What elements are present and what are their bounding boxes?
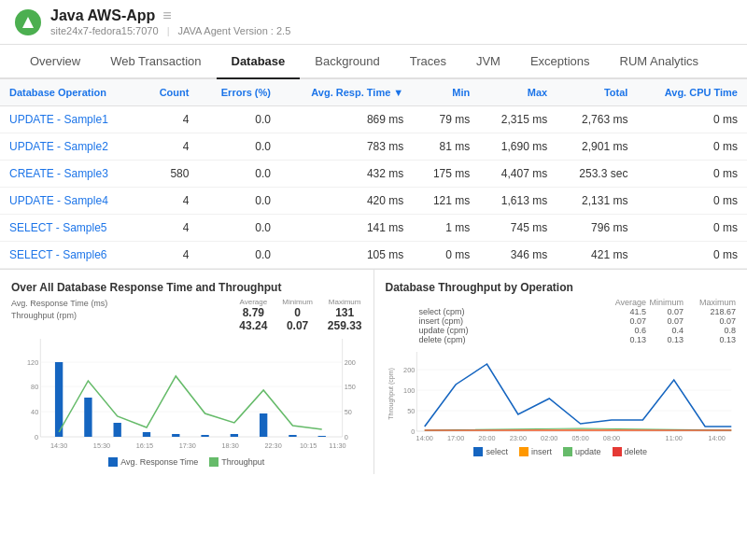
svg-rect-18 (143, 432, 150, 437)
svg-text:18:30: 18:30 (222, 442, 239, 450)
tab-jvm[interactable]: JVM (461, 45, 515, 79)
svg-text:20:00: 20:00 (478, 435, 495, 442)
svg-text:05:00: 05:00 (571, 435, 588, 442)
cell-avg-resp: 420 ms (280, 188, 413, 215)
svg-text:120: 120 (27, 359, 38, 367)
cell-op: UPDATE - Sample2 (0, 133, 141, 161)
app-info: Java AWS-App ≡ site24x7-fedora15:7070 | … (50, 7, 732, 36)
tab-web-transaction[interactable]: Web Transaction (95, 45, 216, 79)
database-table: Database Operation Count Errors (%) Avg.… (0, 79, 747, 269)
cell-min: 1 ms (413, 215, 479, 242)
cell-op: CREATE - Sample3 (0, 161, 141, 188)
svg-text:0: 0 (345, 434, 348, 441)
col-count[interactable]: Count (141, 79, 199, 106)
svg-text:08:00: 08:00 (602, 435, 619, 442)
svg-marker-0 (22, 17, 34, 28)
svg-text:14:00: 14:00 (416, 435, 432, 442)
table-row: UPDATE - Sample2 4 0.0 783 ms 81 ms 1,69… (0, 133, 747, 161)
svg-text:10:15: 10:15 (300, 442, 317, 450)
svg-text:50: 50 (407, 408, 415, 415)
cell-max: 1,613 ms (479, 188, 557, 215)
svg-text:23:00: 23:00 (509, 435, 526, 442)
cell-cpu: 0 ms (637, 133, 747, 161)
svg-text:0: 0 (411, 428, 415, 436)
cell-avg-resp: 432 ms (280, 161, 413, 188)
svg-text:200: 200 (345, 359, 356, 367)
cell-cpu: 0 ms (637, 242, 747, 269)
cell-avg-resp: 141 ms (280, 215, 413, 242)
tab-database[interactable]: Database (217, 45, 301, 79)
svg-text:200: 200 (403, 367, 415, 374)
col-max[interactable]: Max (479, 79, 557, 106)
tab-traces[interactable]: Traces (395, 45, 461, 79)
cell-min: 175 ms (413, 161, 479, 188)
cell-op: UPDATE - Sample1 (0, 106, 141, 133)
app-status-icon (15, 9, 41, 35)
cell-count: 4 (141, 215, 199, 242)
tab-overview[interactable]: Overview (15, 45, 95, 79)
cell-errors: 0.0 (198, 133, 280, 161)
svg-text:11:30: 11:30 (329, 442, 345, 450)
cell-errors: 0.0 (198, 188, 280, 215)
menu-icon[interactable]: ≡ (162, 7, 171, 24)
cell-min: 81 ms (413, 133, 479, 161)
legend-select: select (cpm) (419, 307, 602, 316)
svg-text:100: 100 (403, 387, 415, 395)
chart-left-svg: 0 40 80 120 0 50 150 200 (11, 334, 362, 455)
cell-min: 0 ms (413, 242, 479, 269)
col-errors[interactable]: Errors (%) (198, 79, 280, 106)
svg-text:0: 0 (35, 434, 38, 441)
svg-text:150: 150 (345, 384, 356, 391)
app-header: Java AWS-App ≡ site24x7-fedora15:7070 | … (0, 0, 747, 45)
cell-count: 4 (141, 242, 199, 269)
svg-text:02:00: 02:00 (541, 435, 557, 442)
cell-max: 2,315 ms (479, 106, 557, 133)
database-table-section: Database Operation Count Errors (%) Avg.… (0, 79, 747, 269)
chart-left-ylabel: Avg. Response Time (ms) Throughput (rpm) (11, 298, 107, 321)
cell-total: 421 ms (557, 242, 637, 269)
nav-tabs: Overview Web Transaction Database Backgr… (0, 45, 747, 79)
svg-text:50: 50 (345, 409, 352, 416)
cell-total: 2,901 ms (557, 133, 637, 161)
col-min[interactable]: Min (413, 79, 479, 106)
table-row: UPDATE - Sample1 4 0.0 869 ms 79 ms 2,31… (0, 106, 747, 133)
cell-cpu: 0 ms (637, 188, 747, 215)
chart-throughput-by-operation: Database Throughput by Operation Average… (374, 270, 748, 474)
cell-total: 796 ms (557, 215, 637, 242)
app-name: Java AWS-App (50, 7, 155, 24)
tab-rum-analytics[interactable]: RUM Analytics (605, 45, 714, 79)
cell-errors: 0.0 (198, 215, 280, 242)
tab-exceptions[interactable]: Exceptions (515, 45, 605, 79)
cell-min: 121 ms (413, 188, 479, 215)
legend-delete: delete (cpm) (419, 335, 602, 344)
cell-max: 1,690 ms (479, 133, 557, 161)
cell-min: 79 ms (413, 106, 479, 133)
cell-errors: 0.0 (198, 242, 280, 269)
chart-right-svg: 0 50 100 200 14:00 17:00 20:00 23:00 02:… (386, 347, 737, 445)
col-db-operation[interactable]: Database Operation (0, 79, 141, 106)
cell-total: 2,763 ms (557, 106, 637, 133)
chart-right-legend: select insert update delete (386, 447, 737, 456)
cell-errors: 0.0 (198, 106, 280, 133)
col-avg-resp[interactable]: Avg. Resp. Time ▼ (280, 79, 413, 106)
chart-left-title: Over All Database Response Time and Thro… (11, 281, 362, 294)
svg-text:14:00: 14:00 (708, 435, 725, 442)
legend-update: update (cpm) (419, 326, 602, 335)
svg-rect-19 (172, 434, 179, 437)
chart-left-legend: Avg. Response Time Throughput (11, 457, 362, 467)
cell-total: 2,131 ms (557, 188, 637, 215)
svg-text:40: 40 (31, 409, 38, 416)
col-cpu[interactable]: Avg. CPU Time (637, 79, 747, 106)
col-total[interactable]: Total (557, 79, 637, 106)
svg-text:17:30: 17:30 (179, 442, 196, 450)
table-row: CREATE - Sample3 580 0.0 432 ms 175 ms 4… (0, 161, 747, 188)
svg-text:Throughput (cpm): Throughput (cpm) (388, 368, 395, 420)
tab-background[interactable]: Background (300, 45, 394, 79)
svg-rect-16 (84, 398, 92, 437)
cell-max: 745 ms (479, 215, 557, 242)
cell-errors: 0.0 (198, 161, 280, 188)
cell-total: 253.3 sec (557, 161, 637, 188)
cell-count: 580 (141, 161, 199, 188)
cell-cpu: 0 ms (637, 215, 747, 242)
svg-text:11:00: 11:00 (665, 435, 682, 442)
